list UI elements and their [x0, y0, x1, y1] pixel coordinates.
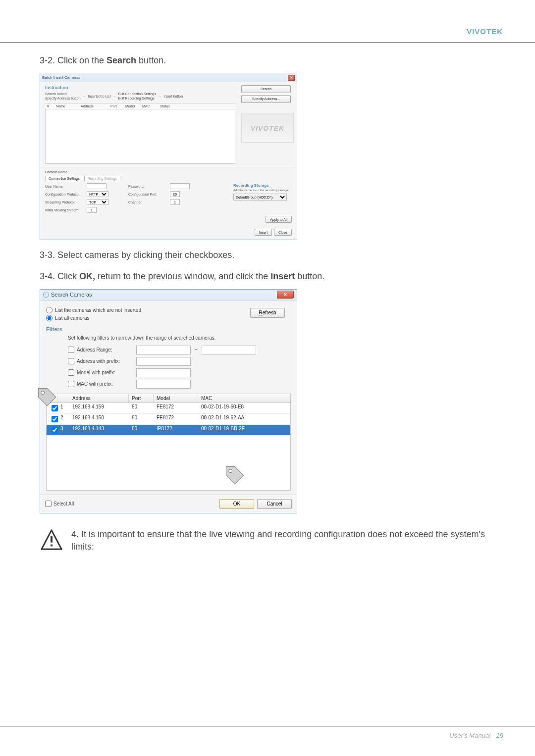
filter-addrpre-label: Address with prefix: — [77, 358, 136, 364]
filter-modelpre-input[interactable] — [136, 368, 191, 377]
specify-address-button[interactable]: Specify Address... — [241, 95, 291, 103]
warning-section: 4. It is important to ensure that the li… — [40, 528, 495, 554]
select-all[interactable]: Select All — [45, 501, 74, 507]
step-3-4-b1: OK, — [79, 271, 95, 281]
row-mac: 00-02-D1-19-BB-2F — [198, 425, 290, 435]
ok-button[interactable]: OK — [219, 499, 254, 509]
row-port: 80 — [129, 425, 154, 435]
dialog1-titlebar: Batch Insert Cameras ✕ — [40, 73, 297, 82]
col-mac: MAC — [140, 104, 158, 108]
footer-label: User's Manual - 19 — [449, 732, 503, 739]
col-model: Model — [154, 394, 198, 403]
recording-storage-sub: Add the cameras to the recording storage… — [233, 189, 292, 192]
recording-storage-select[interactable]: DefaultGroup (HDD:D:\) — [233, 194, 287, 201]
svg-rect-2 — [51, 536, 53, 542]
refresh-button[interactable]: Refresh — [250, 308, 285, 318]
stream-protocol-select[interactable]: TCP — [87, 199, 108, 205]
step-3-4-pre: 3-4. Click — [40, 271, 79, 281]
table-row[interactable]: 3 192.168.4.143 80 IP8172 00-02-D1-19-BB… — [47, 425, 290, 436]
step-3-3: 3-3. Select cameras by clicking their ch… — [40, 249, 495, 261]
row-addr: 192.168.4.143 — [69, 425, 129, 435]
tag-icon — [224, 464, 246, 487]
config-port-input[interactable] — [170, 191, 180, 197]
config-port-label: Configuration Port: — [128, 193, 168, 196]
filter-range-label: Address Range: — [77, 347, 136, 353]
instruction-flow: Search button Specify Address button → I… — [45, 92, 235, 100]
row-model: FE8172 — [154, 403, 198, 413]
close-icon[interactable]: ✕ — [277, 291, 294, 299]
channel-input[interactable] — [170, 199, 180, 205]
filter-macpre-checkbox[interactable] — [68, 381, 74, 387]
filter-range-to[interactable] — [202, 346, 256, 354]
col-port: Port — [129, 394, 154, 403]
col-address: Address — [79, 104, 108, 108]
select-all-checkbox[interactable] — [45, 501, 52, 507]
config-protocol-select[interactable]: HTTP — [87, 191, 108, 197]
filter-range-checkbox[interactable] — [68, 347, 74, 353]
select-all-label: Select All — [54, 501, 74, 506]
filter-addrpre-checkbox[interactable] — [68, 358, 74, 364]
row-model: IP8172 — [154, 425, 198, 435]
col-address: Address — [69, 394, 129, 403]
dialog1-table-header: # Name Address Port Model MAC Status — [45, 103, 235, 109]
apply-to-all-button[interactable]: Apply to All — [266, 216, 292, 223]
arrow-icon: → — [158, 95, 161, 98]
col-num: # — [45, 104, 54, 108]
filter-model-prefix: Model with prefix: — [68, 368, 291, 377]
check-icon — [43, 292, 49, 298]
radio-all-cameras-label: List all cameras — [55, 315, 89, 321]
step-3-4-mid: return to the previous window, and click… — [95, 271, 270, 281]
password-label: Password: — [128, 185, 168, 188]
col-model: Model — [123, 104, 140, 108]
recording-storage-title: Recording Storage — [233, 183, 292, 188]
filter-modelpre-label: Model with prefix: — [77, 370, 136, 375]
password-input[interactable] — [170, 183, 190, 189]
view-stream-input[interactable] — [87, 207, 97, 213]
tab-recording-settings[interactable]: Recording Settings — [84, 176, 120, 181]
filter-macpre-input[interactable] — [136, 380, 191, 389]
row-addr: 192.168.4.150 — [69, 414, 129, 424]
table-blank — [47, 436, 290, 490]
channel-label: Channel: — [128, 201, 168, 204]
footer-rule — [0, 726, 535, 727]
dialog2-title: Search Cameras — [51, 292, 92, 298]
flow-specify-btn-label: Specify Address button — [45, 97, 81, 100]
warning-icon — [40, 528, 64, 554]
cancel-button[interactable]: Cancel — [257, 499, 292, 509]
filter-modelpre-checkbox[interactable] — [68, 369, 74, 376]
camera-name-label: Camera Name: — [45, 170, 68, 174]
insert-button[interactable]: Insert — [255, 229, 272, 236]
flow-edit-conn: Edit Connection Settings — [118, 92, 157, 96]
user-name-input[interactable] — [87, 183, 107, 189]
table-row[interactable]: 2 192.168.4.150 80 FE8172 00-02-D1-19-62… — [47, 414, 290, 425]
svg-rect-3 — [51, 544, 53, 546]
config-protocol-label: Configuration Protocol: — [45, 193, 85, 196]
step-3-4-post: button. — [295, 271, 324, 281]
filter-range-from[interactable] — [136, 346, 191, 354]
step-3-2-post: button. — [136, 55, 166, 65]
flow-inserted: Inserted to List — [88, 95, 111, 98]
row-mac: 00-02-D1-19-62-AA — [198, 414, 290, 424]
step-3-4: 3-4. Click OK, return to the previous wi… — [40, 270, 495, 283]
tab-connection-settings[interactable]: Connection Settings — [45, 176, 83, 181]
header-rule — [0, 42, 535, 43]
filters-desc: Set following filters to narrow down the… — [68, 335, 291, 341]
instruction-heading: Instruction — [45, 85, 235, 90]
search-button[interactable]: Search — [241, 85, 291, 93]
col-mac: MAC — [198, 394, 290, 403]
dialog1-table-body — [45, 109, 235, 164]
arrow-icon: → — [113, 95, 116, 98]
vivotek-logo: VIVOTEK — [241, 113, 294, 143]
row-mac: 00-02-D1-19-60-E8 — [198, 403, 290, 413]
flow-insert-btn: Insert button — [163, 95, 183, 98]
close-button[interactable]: Close — [274, 229, 292, 236]
row-num: 1 — [57, 403, 69, 413]
filter-macpre-label: MAC with prefix: — [77, 381, 136, 387]
table-row[interactable]: 1 192.168.4.159 80 FE8172 00-02-D1-19-60… — [47, 403, 290, 414]
filter-addrpre-input[interactable] — [136, 357, 191, 366]
arrow-icon: → — [83, 95, 86, 98]
close-icon[interactable]: ✕ — [288, 75, 295, 81]
batch-insert-dialog: Batch Insert Cameras ✕ Instruction Searc… — [40, 73, 297, 240]
view-stream-label: Initial Viewing Stream: — [45, 208, 85, 212]
row-model: FE8172 — [154, 414, 198, 424]
